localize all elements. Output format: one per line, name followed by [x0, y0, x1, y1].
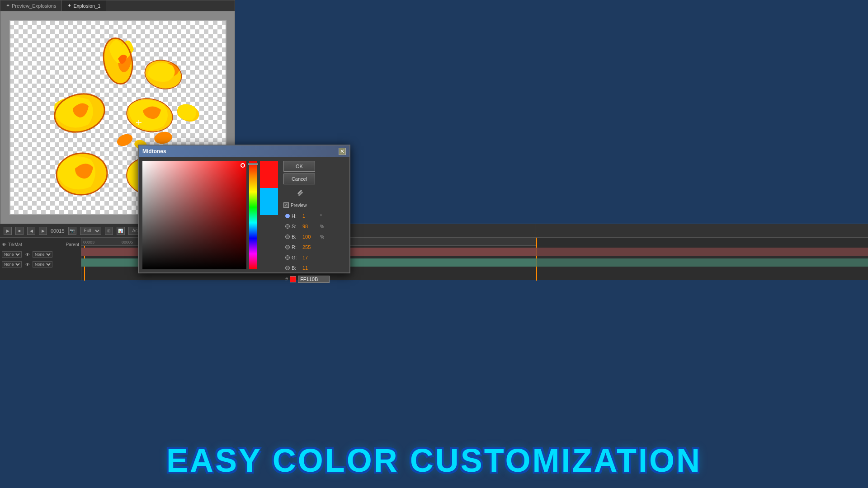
- r-label: R:: [292, 244, 301, 250]
- track-label-3: None 👁 None: [2, 259, 79, 269]
- hue-cursor: [248, 163, 259, 165]
- s-label: S:: [292, 224, 301, 229]
- b-radio[interactable]: [285, 235, 290, 239]
- b2-value: 11: [302, 265, 318, 271]
- parent-dropdown-1[interactable]: None: [33, 251, 52, 258]
- tab-explosion-1[interactable]: ✦ Explosion_1: [62, 0, 106, 11]
- dialog-title: Midtones: [142, 148, 166, 155]
- hex-color-swatch: [290, 276, 296, 282]
- preview-checkbox[interactable]: ✓: [283, 202, 289, 208]
- ok-button[interactable]: OK: [283, 161, 315, 172]
- time-display: 00015: [51, 228, 65, 234]
- trikmat-dropdown[interactable]: None: [2, 251, 22, 258]
- pencil-icon: [295, 188, 304, 197]
- b-unit: %: [320, 235, 324, 239]
- r-value: 255: [302, 244, 318, 250]
- gradient-cursor: [241, 163, 245, 168]
- b2-radio[interactable]: [285, 266, 290, 270]
- h-radio[interactable]: [285, 214, 290, 218]
- hue-slider[interactable]: [249, 161, 257, 269]
- right-track-red[interactable]: [536, 248, 868, 256]
- quality-dropdown[interactable]: Full: [80, 227, 101, 235]
- right-timeline-panel: [536, 224, 868, 280]
- g-radio[interactable]: [285, 255, 290, 260]
- h-row: H: 1 °: [285, 211, 346, 221]
- svg-point-9: [153, 131, 173, 145]
- stop-button[interactable]: ■: [15, 227, 24, 235]
- right-timeline-header: [536, 224, 868, 238]
- tab-explosion-1-label: Explosion_1: [73, 3, 100, 9]
- hsb-rgb-values: H: 1 ° S: 98 % B: 100 %: [283, 211, 346, 283]
- gradient-dark: [142, 161, 246, 269]
- s-row: S: 98 %: [285, 222, 346, 231]
- hex-row: #: [285, 276, 346, 283]
- track-label-2: None 👁 None: [2, 249, 79, 259]
- trikmat-dropdown-2[interactable]: None: [2, 261, 22, 267]
- h-value: 1: [302, 213, 318, 219]
- b-label: B:: [292, 234, 301, 239]
- gradient-canvas: [142, 161, 246, 269]
- new-color-swatch: [260, 161, 278, 188]
- r-radio[interactable]: [285, 245, 290, 249]
- values-and-buttons: OK Cancel ✓ Preview: [281, 161, 346, 269]
- current-color-swatch: [260, 188, 278, 215]
- dialog-title-bar: Midtones ✕: [139, 145, 349, 157]
- prev-frame-button[interactable]: ◀: [27, 227, 35, 235]
- tl-eye-2: 👁: [25, 252, 30, 257]
- s-value: 98: [302, 224, 318, 229]
- color-gradient-picker[interactable]: [142, 161, 246, 269]
- b-value: 100: [302, 234, 318, 239]
- preview-label: Preview: [291, 203, 307, 208]
- timeline-labels: 👁 TrkMat Parent None 👁 None None 👁: [0, 238, 81, 281]
- s-radio[interactable]: [285, 224, 290, 229]
- hue-slider-container[interactable]: [249, 161, 257, 269]
- track-label-trikmat: 👁 TrkMat Parent: [2, 239, 79, 249]
- grid-icon[interactable]: ⊞: [105, 227, 113, 235]
- ruler-mark-1: 00003: [83, 240, 94, 244]
- tl-trikmat-label: TrkMat: [8, 242, 22, 247]
- tab-preview-explosions-label: Preview_Explosions: [12, 3, 56, 9]
- camera-icon: 📷: [68, 227, 76, 235]
- ok-cancel-area: OK Cancel ✓ Preview: [283, 161, 346, 208]
- dialog-close-button[interactable]: ✕: [339, 148, 346, 155]
- tab-explosion-1-icon: ✦: [67, 3, 71, 9]
- g-value: 17: [302, 255, 318, 260]
- tl-icon-1: 👁: [2, 242, 6, 247]
- graph-icon[interactable]: 📊: [117, 227, 125, 235]
- play-button[interactable]: ▶: [4, 227, 12, 235]
- dialog-body: OK Cancel ✓ Preview: [139, 157, 349, 272]
- preview-tabs: ✦ Preview_Explosions ✦ Explosion_1: [0, 0, 235, 11]
- hex-input[interactable]: [298, 276, 330, 283]
- h-label: H:: [292, 213, 301, 219]
- color-swatches: [260, 161, 278, 269]
- next-frame-button[interactable]: ▶: [39, 227, 47, 235]
- dialog-action-buttons: OK Cancel ✓ Preview: [283, 161, 315, 208]
- h-unit: °: [320, 214, 322, 219]
- b2-row: B: 11: [285, 263, 346, 272]
- crosshair: [136, 120, 142, 125]
- parent-dropdown-2[interactable]: None: [33, 261, 52, 267]
- pencil-area: [283, 188, 315, 197]
- hex-symbol: #: [285, 277, 288, 282]
- tab-preview-explosions-icon: ✦: [6, 3, 10, 9]
- right-track-teal[interactable]: [536, 258, 868, 267]
- right-timeline-tracks: [536, 238, 868, 281]
- g-row: G: 17: [285, 253, 346, 262]
- g-label: G:: [292, 255, 301, 260]
- tab-preview-explosions[interactable]: ✦ Preview_Explosions: [0, 0, 62, 11]
- preview-check-area: ✓ Preview: [283, 202, 315, 208]
- bottom-title: EASY COLOR CUSTOMIZATION: [0, 442, 868, 479]
- b2-label: B:: [292, 265, 301, 271]
- b-row: B: 100 %: [285, 232, 346, 241]
- tl-parent-label: Parent: [66, 242, 79, 247]
- tl-eye-3: 👁: [25, 262, 30, 267]
- s-unit: %: [320, 224, 324, 229]
- color-picker-dialog: Midtones ✕ OK Cancel: [138, 145, 350, 273]
- r-row: R: 255: [285, 243, 346, 252]
- cancel-button[interactable]: Cancel: [283, 174, 315, 184]
- ruler-mark-2: 00005: [122, 240, 133, 244]
- svg-point-7: [115, 132, 135, 149]
